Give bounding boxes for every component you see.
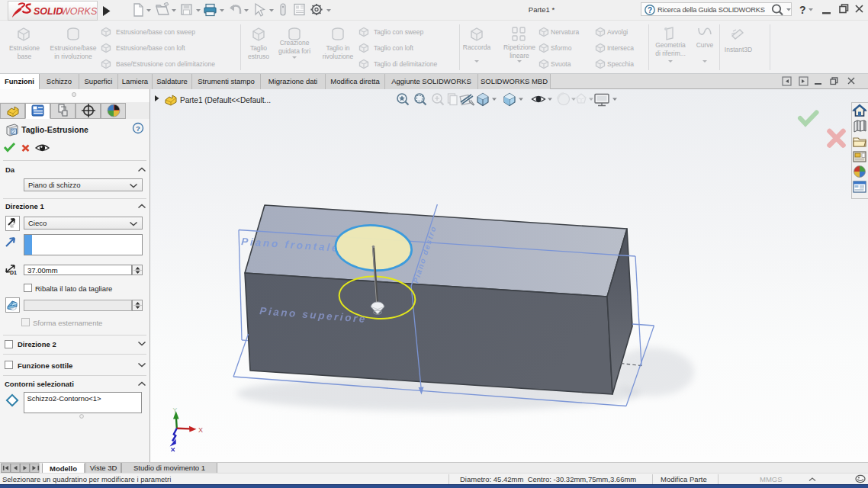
svg-text:?: ?	[136, 124, 140, 133]
svg-text:Taglio-Estrusione: Taglio-Estrusione	[21, 125, 88, 134]
svg-text:Parte1 (Default<<Default...: Parte1 (Default<<Default...	[180, 96, 271, 104]
svg-text:WORKS: WORKS	[61, 6, 97, 17]
svg-text:D1: D1	[10, 270, 17, 275]
svg-text:Y: Y	[173, 406, 178, 414]
svg-text:SOLID: SOLID	[34, 6, 63, 17]
svg-text:X: X	[198, 426, 203, 434]
svg-text:?: ?	[799, 4, 806, 16]
svg-text:?: ?	[648, 6, 652, 14]
